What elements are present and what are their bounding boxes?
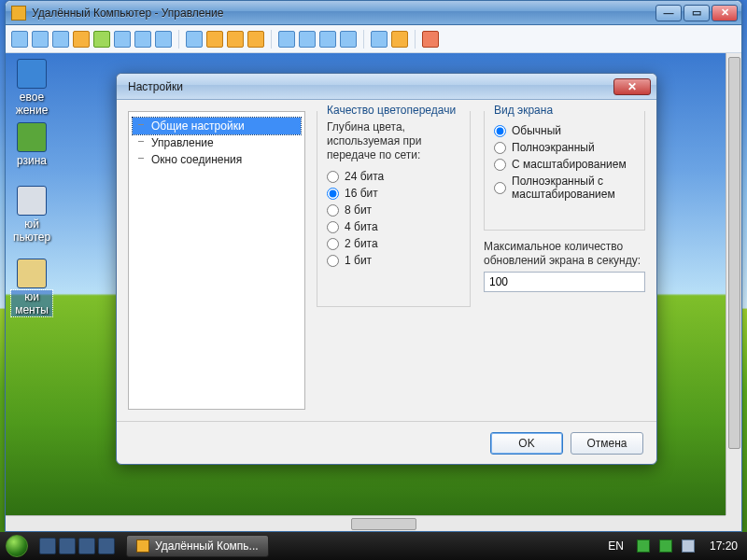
toolbar-icon[interactable] [186,31,203,48]
radio-fullscreen-scaled[interactable]: Полноэкранный с масштабированием [494,175,635,201]
toolbar-icon[interactable] [134,31,151,48]
close-button[interactable]: ✕ [712,5,738,21]
start-orb-icon [6,535,28,557]
toolbar-icon[interactable] [247,31,264,48]
radio-8bit[interactable]: 8 бит [327,203,460,217]
app-icon [11,6,26,21]
toolbar-icon[interactable] [206,31,223,48]
toolbar-icon[interactable] [391,31,408,48]
computer-icon [17,186,47,216]
toolbar-icon[interactable] [114,31,131,48]
tray-icon[interactable] [637,539,650,553]
tray-icon[interactable] [659,539,672,553]
group-legend: Вид экрана [490,104,557,117]
quick-launch-icon[interactable] [98,538,115,554]
radio-16bit[interactable]: 16 бит [327,187,460,200]
tree-item-control[interactable]: Управление [133,134,301,151]
toolbar-icon[interactable] [227,31,244,48]
toolbar [6,25,741,53]
toolbar-icon[interactable] [278,31,295,48]
scroll-corner [726,515,741,531]
toolbar-separator [178,30,179,49]
vertical-scrollbar[interactable] [726,53,741,515]
updates-field: Максимальное количество обновлений экран… [484,240,645,292]
tree-item-connection-window[interactable]: Окно соединения [133,151,301,168]
icon-label: юи менты [11,290,52,316]
toolbar-icon[interactable] [52,31,69,48]
language-indicator[interactable]: EN [604,539,627,553]
horizontal-scrollbar[interactable] [6,515,726,531]
ok-button[interactable]: OK [490,432,563,455]
updates-input[interactable] [484,272,645,292]
quick-launch-icon[interactable] [59,538,76,554]
system-tray: EN 17:20 [595,539,747,553]
remote-desktop-icon[interactable]: юй пьютер [11,186,52,244]
remote-desktop-icon[interactable]: евое жение [11,59,52,117]
toolbar-icon[interactable] [73,31,90,48]
clock[interactable]: 17:20 [704,539,738,553]
dialog-footer: OK Отмена [117,421,656,464]
remote-desktop-icon[interactable]: рзина [11,122,52,167]
toolbar-icon[interactable] [11,31,28,48]
toolbar-icon[interactable] [319,31,336,48]
toolbar-separator [363,30,364,49]
scroll-thumb[interactable] [351,518,416,530]
icon-label: рзина [11,154,52,167]
titlebar[interactable]: Удалённый Компьютер - Управление — ▭ ✕ [6,1,741,25]
quick-launch [34,538,120,554]
toolbar-icon[interactable] [155,31,172,48]
dialog-titlebar[interactable]: Настройки ✕ [117,74,656,100]
radio-1bit[interactable]: 1 бит [327,254,460,267]
quick-launch-icon[interactable] [78,538,95,554]
color-depth-group: Качество цветопередачи Глубина цвета, ис… [317,111,471,307]
settings-dialog: Настройки ✕ Общие настройки Управление О… [116,73,657,465]
documents-icon [17,259,47,288]
radio-24bit[interactable]: 24 бита [327,170,460,183]
radio-4bit[interactable]: 4 бита [327,220,460,233]
screen-mode-group: Вид экрана Обычный Полноэкранный С масшт… [484,111,645,231]
settings-tree: Общие настройки Управление Окно соединен… [128,111,305,410]
dialog-title: Настройки [128,80,613,93]
radio-normal[interactable]: Обычный [494,124,635,137]
task-app-icon [136,539,149,553]
cancel-button[interactable]: Отмена [571,432,643,455]
radio-2bit[interactable]: 2 бита [327,237,460,250]
toolbar-icon[interactable] [422,31,439,48]
toolbar-separator [415,30,416,49]
toolbar-icon[interactable] [93,31,110,48]
dialog-close-button[interactable]: ✕ [613,78,651,95]
volume-icon[interactable] [682,539,695,553]
icon-label: евое жение [11,91,52,117]
toolbar-icon[interactable] [299,31,316,48]
remote-desktop-icon[interactable]: юи менты [11,259,52,316]
radio-fullscreen[interactable]: Полноэкранный [494,141,635,154]
updates-label: Максимальное количество обновлений экран… [484,240,645,268]
start-button[interactable] [0,532,34,560]
window-title: Удалённый Компьютер - Управление [32,7,655,20]
toolbar-icon[interactable] [340,31,357,48]
minimize-button[interactable]: — [655,5,682,21]
tree-item-general[interactable]: Общие настройки [133,118,301,134]
toolbar-icon[interactable] [32,31,49,48]
group-legend: Качество цветопередачи [323,104,459,117]
icon-label: юй пьютер [11,217,52,244]
taskbar-app-button[interactable]: Удалённый Компь... [126,535,269,557]
toolbar-icon[interactable] [371,31,388,48]
task-app-label: Удалённый Компь... [155,539,259,553]
maximize-button[interactable]: ▭ [684,5,710,21]
taskbar: Удалённый Компь... EN 17:20 [0,532,747,560]
group-subtext: Глубина цвета, используемая при передаче… [327,120,460,162]
toolbar-separator [271,30,272,49]
radio-scaled[interactable]: С масштабированием [494,158,635,171]
recycle-icon [17,122,47,152]
generic-icon [17,59,47,89]
scroll-thumb[interactable] [728,57,740,449]
quick-launch-icon[interactable] [39,538,56,554]
